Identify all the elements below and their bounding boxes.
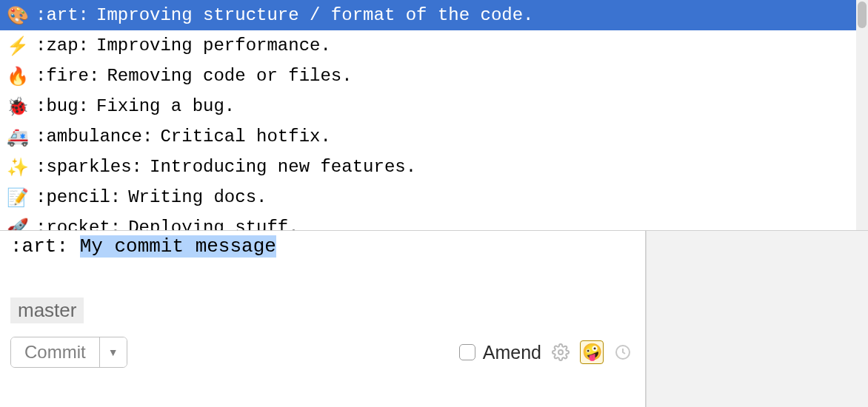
branch-row: master [0,297,645,329]
emoji-icon: 🚑 [7,127,28,147]
commit-message-area[interactable]: :art: My commit message master Commit ▼ … [0,231,646,407]
autocomplete-item[interactable]: 🚀:rocket:Deploying stuff. [0,212,868,230]
emoji-code: :sparkles: [36,157,142,177]
emoji-description: Deploying stuff. [128,218,298,230]
amend-checkbox[interactable] [459,344,475,360]
commit-button[interactable]: Commit [11,337,100,367]
autocomplete-list: 🎨:art:Improving structure / format of th… [0,0,868,230]
commit-message-input[interactable]: :art: My commit message [0,231,645,297]
svg-point-0 [558,350,563,354]
commit-toolbar: Commit ▼ Amend 🤪 [0,329,645,378]
emoji-icon: ⚡ [7,36,28,56]
emoji-icon: 🔥 [7,66,28,87]
autocomplete-item[interactable]: 🚑:ambulance:Critical hotfix. [0,121,868,152]
emoji-icon: 🚀 [7,218,28,231]
commit-button-group: Commit ▼ [10,337,127,368]
emoji-icon: 🐞 [7,96,28,117]
crazy-face-icon: 🤪 [582,343,602,362]
autocomplete-item[interactable]: 🔥:fire:Removing code or files. [0,61,868,91]
emoji-description: Writing docs. [128,187,267,207]
emoji-code: :zap: [36,36,89,56]
history-button[interactable] [611,340,635,364]
gear-icon [552,343,570,361]
amend-checkbox-group[interactable]: Amend [459,342,541,363]
emoji-code: :rocket: [36,218,121,230]
emoji-description: Improving performance. [96,36,331,56]
emoji-icon: 🎨 [7,5,28,26]
emoji-description: Improving structure / format of the code… [96,5,534,25]
scrollbar-track[interactable] [856,0,868,230]
autocomplete-item[interactable]: 🐞:bug:Fixing a bug. [0,91,868,121]
commit-message-prefix: :art: [10,235,80,258]
emoji-code: :art: [36,5,89,25]
emoji-picker-button[interactable]: 🤪 [580,340,604,364]
scrollbar-thumb[interactable] [858,1,867,28]
amend-label: Amend [483,342,541,363]
clock-icon [614,343,632,361]
emoji-description: Critical hotfix. [160,127,330,147]
commit-message-selection: My commit message [80,235,276,258]
autocomplete-item[interactable]: 🎨:art:Improving structure / format of th… [0,0,868,30]
autocomplete-item[interactable]: 📝:pencil:Writing docs. [0,182,868,212]
autocomplete-item[interactable]: ⚡:zap:Improving performance. [0,30,868,61]
emoji-code: :bug: [36,96,89,116]
right-gutter [646,231,868,407]
autocomplete-panel: 🎨:art:Improving structure / format of th… [0,0,868,231]
emoji-code: :fire: [36,66,99,86]
chevron-down-icon: ▼ [108,346,118,358]
commit-dropdown-button[interactable]: ▼ [100,337,127,367]
emoji-icon: 📝 [7,187,28,208]
emoji-code: :pencil: [36,187,121,207]
emoji-description: Fixing a bug. [96,96,235,116]
emoji-code: :ambulance: [36,127,153,147]
branch-chip[interactable]: master [10,297,84,323]
emoji-description: Introducing new features. [150,157,416,177]
emoji-icon: ✨ [7,157,28,178]
settings-button[interactable] [549,340,572,364]
autocomplete-item[interactable]: ✨:sparkles:Introducing new features. [0,152,868,182]
emoji-description: Removing code or files. [107,66,352,86]
